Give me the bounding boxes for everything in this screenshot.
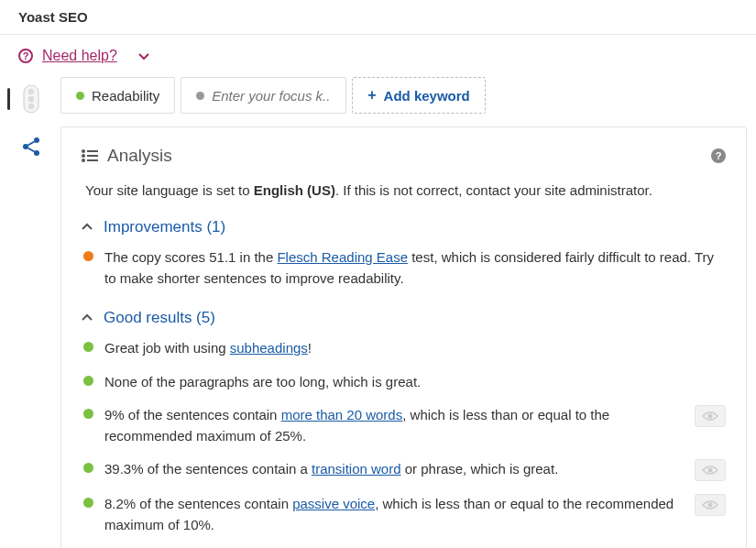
result-text: Great job with using subheadings! bbox=[104, 338, 726, 359]
app-title: Yoast SEO bbox=[18, 9, 88, 25]
eye-highlight-button[interactable] bbox=[695, 405, 726, 427]
add-keyword-label: Add keyword bbox=[384, 88, 470, 104]
result-text: 39.3% of the sentences contain a transit… bbox=[104, 459, 676, 480]
analysis-title: Analysis bbox=[107, 146, 172, 166]
plus-icon: + bbox=[367, 87, 376, 104]
language-notice: Your site language is set to English (US… bbox=[82, 182, 726, 198]
svg-rect-16 bbox=[87, 159, 98, 161]
section-improvements-toggle[interactable]: Improvements (1) bbox=[82, 218, 726, 236]
good-results-list: Great job with using subheadings!None of… bbox=[82, 338, 726, 535]
need-help-link[interactable]: Need help? bbox=[42, 48, 117, 64]
status-bullet-gray-icon bbox=[196, 92, 204, 100]
result-item: The copy scores 51.1 in the Flesch Readi… bbox=[82, 247, 726, 289]
tab-focus-keyword[interactable] bbox=[181, 77, 346, 114]
title-bar: Yoast SEO bbox=[0, 0, 756, 35]
tabs-row: Readability + Add keyword bbox=[60, 77, 747, 114]
svg-point-17 bbox=[708, 414, 713, 419]
improvements-list: The copy scores 51.1 in the Flesch Readi… bbox=[82, 247, 726, 289]
result-link[interactable]: subheadings bbox=[230, 340, 308, 356]
svg-point-6 bbox=[34, 137, 39, 143]
chevron-down-icon[interactable] bbox=[137, 49, 150, 62]
section-improvements-label: Improvements (1) bbox=[104, 218, 225, 236]
result-item: 39.3% of the sentences contain a transit… bbox=[82, 459, 726, 481]
result-bullet-icon bbox=[83, 251, 93, 261]
result-bullet-icon bbox=[83, 409, 93, 419]
analysis-panel: Analysis ? Your site language is set to … bbox=[60, 126, 747, 548]
sidebar bbox=[9, 77, 53, 548]
chevron-up-icon bbox=[82, 222, 93, 233]
svg-text:?: ? bbox=[23, 50, 29, 61]
content-area: Readability + Add keyword bbox=[53, 77, 747, 548]
svg-point-19 bbox=[708, 503, 713, 508]
focus-keyword-input[interactable] bbox=[212, 88, 331, 104]
result-link[interactable]: transition word bbox=[312, 461, 401, 477]
result-text: 9% of the sentences contain more than 20… bbox=[104, 405, 676, 446]
sidebar-share-icon[interactable] bbox=[15, 130, 48, 163]
svg-line-10 bbox=[28, 148, 35, 152]
svg-point-8 bbox=[34, 150, 39, 156]
result-link[interactable]: Flesch Reading Ease bbox=[277, 249, 408, 265]
chevron-up-icon bbox=[82, 312, 93, 323]
svg-rect-14 bbox=[87, 155, 98, 157]
analysis-header: Analysis ? bbox=[82, 146, 726, 166]
result-bullet-icon bbox=[83, 463, 93, 473]
svg-point-5 bbox=[28, 104, 34, 109]
tab-add-keyword[interactable]: + Add keyword bbox=[352, 77, 486, 114]
result-item: Great job with using subheadings! bbox=[82, 338, 726, 359]
eye-highlight-button[interactable] bbox=[695, 494, 726, 516]
svg-point-15 bbox=[82, 159, 85, 162]
eye-highlight-button[interactable] bbox=[695, 459, 726, 481]
result-item: None of the paragraphs are too long, whi… bbox=[82, 372, 726, 393]
section-good-label: Good results (5) bbox=[104, 309, 215, 327]
result-item: 9% of the sentences contain more than 20… bbox=[82, 405, 726, 446]
result-text: None of the paragraphs are too long, whi… bbox=[104, 372, 726, 393]
result-item: 8.2% of the sentences contain passive vo… bbox=[82, 494, 726, 535]
result-link[interactable]: passive voice bbox=[292, 496, 375, 511]
svg-line-9 bbox=[28, 142, 35, 146]
svg-point-3 bbox=[28, 89, 34, 94]
result-text: The copy scores 51.1 in the Flesch Readi… bbox=[104, 247, 726, 289]
analysis-help-icon[interactable]: ? bbox=[711, 148, 726, 163]
list-icon bbox=[82, 149, 98, 162]
svg-point-18 bbox=[708, 468, 713, 473]
svg-point-11 bbox=[82, 149, 85, 153]
language-value: English (US) bbox=[254, 182, 335, 198]
status-bullet-green-icon bbox=[76, 92, 84, 100]
svg-point-4 bbox=[28, 96, 34, 102]
svg-point-7 bbox=[23, 144, 28, 149]
result-bullet-icon bbox=[83, 342, 93, 352]
result-text: 8.2% of the sentences contain passive vo… bbox=[104, 494, 676, 535]
svg-rect-12 bbox=[87, 150, 98, 152]
tab-readability-label: Readability bbox=[92, 88, 159, 104]
result-link[interactable]: more than 20 words bbox=[281, 407, 403, 422]
sidebar-traffic-icon[interactable] bbox=[15, 82, 48, 115]
tab-readability[interactable]: Readability bbox=[60, 77, 175, 114]
result-bullet-icon bbox=[83, 498, 93, 508]
main-wrapper: Readability + Add keyword bbox=[0, 77, 756, 548]
help-row: ? Need help? bbox=[0, 35, 756, 77]
section-good-toggle[interactable]: Good results (5) bbox=[82, 309, 726, 327]
result-bullet-icon bbox=[83, 376, 93, 386]
svg-point-13 bbox=[82, 154, 85, 158]
help-circle-icon: ? bbox=[18, 49, 33, 63]
